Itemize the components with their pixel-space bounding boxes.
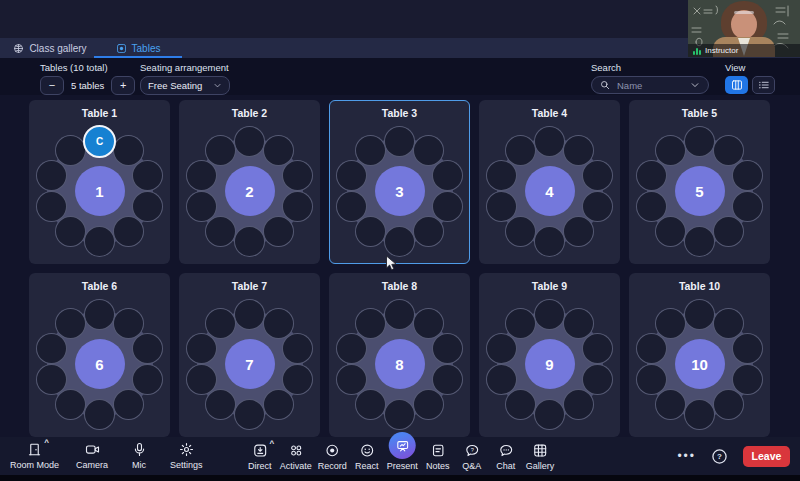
seat-slot[interactable] (655, 308, 686, 339)
seat-slot[interactable] (234, 126, 265, 157)
table-card-2[interactable]: Table 22 (179, 100, 320, 264)
activate-icon (288, 443, 303, 458)
seat-slot[interactable] (282, 333, 313, 364)
seat-slot[interactable] (384, 126, 415, 157)
seat-slot[interactable] (84, 226, 115, 257)
toolbar-room-mode[interactable]: ^Room Mode (8, 441, 61, 470)
chevron-down-icon[interactable] (690, 80, 700, 90)
seat-slot[interactable] (113, 216, 144, 247)
seat-slot[interactable] (84, 399, 115, 430)
seat-slot[interactable] (432, 333, 463, 364)
seat-slot[interactable] (55, 308, 86, 339)
seat-slot[interactable] (534, 299, 565, 330)
tab-label: Class gallery (29, 43, 86, 54)
seat-slot[interactable] (205, 389, 236, 420)
tab-class-gallery[interactable]: Class gallery (6, 38, 94, 58)
seat-slot[interactable] (684, 399, 715, 430)
seat-slot[interactable] (505, 216, 536, 247)
seat-slot[interactable] (132, 333, 163, 364)
toolbar-gallery[interactable]: Gallery (524, 442, 557, 471)
seat-slot[interactable] (713, 389, 744, 420)
seat-slot[interactable] (655, 216, 686, 247)
toolbar-q-a[interactable]: ?Q&A (456, 442, 488, 471)
toolbar-notes[interactable]: Notes (422, 442, 454, 471)
help-button[interactable]: ? (711, 448, 728, 465)
search-box[interactable] (591, 76, 709, 94)
seat-slot[interactable] (355, 389, 386, 420)
seat-slot[interactable] (413, 389, 444, 420)
seat-slot[interactable] (384, 399, 415, 430)
leave-button[interactable]: Leave (743, 446, 790, 467)
seat-slot[interactable] (563, 389, 594, 420)
seat-slot[interactable] (384, 299, 415, 330)
toolbar-mic[interactable]: Mic (123, 441, 155, 470)
seat-slot[interactable] (355, 216, 386, 247)
seat-slot[interactable] (113, 389, 144, 420)
seat-slot[interactable] (534, 399, 565, 430)
table-card-8[interactable]: Table 88 (329, 273, 470, 437)
list-view-button[interactable] (752, 76, 775, 94)
seat-slot[interactable] (684, 299, 715, 330)
seat-slot[interactable] (534, 126, 565, 157)
table-card-3[interactable]: Table 33 (329, 100, 470, 264)
seat-slot[interactable] (205, 216, 236, 247)
seat-slot[interactable] (263, 216, 294, 247)
seat-slot[interactable] (732, 333, 763, 364)
instructor-video-tile[interactable]: Instructor (688, 0, 800, 57)
seat-slot[interactable] (563, 216, 594, 247)
seat-slot[interactable] (55, 216, 86, 247)
toolbar-react[interactable]: React (351, 442, 383, 471)
table-card-6[interactable]: Table 66 (29, 273, 170, 437)
toolbar-direct[interactable]: ^Direct (244, 442, 276, 471)
seat-slot[interactable] (384, 226, 415, 257)
seat-slot[interactable] (355, 308, 386, 339)
seat-slot[interactable] (205, 135, 236, 166)
seat-slot[interactable] (234, 299, 265, 330)
seat-slot[interactable] (505, 135, 536, 166)
seat-slot[interactable] (234, 399, 265, 430)
seat-slot[interactable] (355, 135, 386, 166)
seat-slot[interactable] (505, 389, 536, 420)
toolbar-settings[interactable]: Settings (168, 441, 205, 470)
table-card-9[interactable]: Table 99 (479, 273, 620, 437)
caret-up-icon[interactable]: ^ (270, 439, 275, 448)
toolbar-camera[interactable]: Camera (74, 441, 110, 470)
seating-select[interactable]: Free Seating (140, 76, 230, 95)
seat-slot[interactable] (413, 216, 444, 247)
seat-slot[interactable] (582, 333, 613, 364)
toolbar-chat[interactable]: Chat (490, 442, 522, 471)
table-card-4[interactable]: Table 44 (479, 100, 620, 264)
seat-slot[interactable] (205, 308, 236, 339)
host-avatar-badge[interactable]: C (83, 125, 116, 158)
seat-slot[interactable] (655, 135, 686, 166)
search-input[interactable] (615, 79, 685, 92)
tab-tables[interactable]: Tables (94, 38, 182, 58)
seat-slot[interactable] (55, 389, 86, 420)
seat-slot[interactable] (655, 389, 686, 420)
grid-view-button[interactable] (725, 76, 748, 94)
caret-up-icon[interactable]: ^ (44, 438, 49, 447)
seat-slot[interactable] (534, 226, 565, 257)
seat-slot[interactable] (132, 160, 163, 191)
seat-slot[interactable] (55, 135, 86, 166)
table-card-5[interactable]: Table 55 (629, 100, 770, 264)
seat-slot[interactable] (263, 389, 294, 420)
seat-slot[interactable] (505, 308, 536, 339)
seat-slot[interactable] (582, 160, 613, 191)
seat-slot[interactable] (432, 160, 463, 191)
table-card-7[interactable]: Table 77 (179, 273, 320, 437)
table-card-1[interactable]: Table 1C1 (29, 100, 170, 264)
seat-slot[interactable] (282, 160, 313, 191)
seat-slot[interactable] (684, 226, 715, 257)
seat-slot[interactable] (234, 226, 265, 257)
seat-slot[interactable] (713, 216, 744, 247)
toolbar-present[interactable]: Present (385, 441, 420, 471)
decrease-tables-button[interactable]: − (40, 76, 64, 95)
table-card-10[interactable]: Table 1010 (629, 273, 770, 437)
toolbar-activate[interactable]: Activate (278, 442, 314, 471)
increase-tables-button[interactable]: + (111, 76, 135, 95)
seat-slot[interactable] (84, 299, 115, 330)
seat-slot[interactable] (732, 160, 763, 191)
toolbar-record[interactable]: Record (316, 442, 349, 471)
seat-slot[interactable] (684, 126, 715, 157)
